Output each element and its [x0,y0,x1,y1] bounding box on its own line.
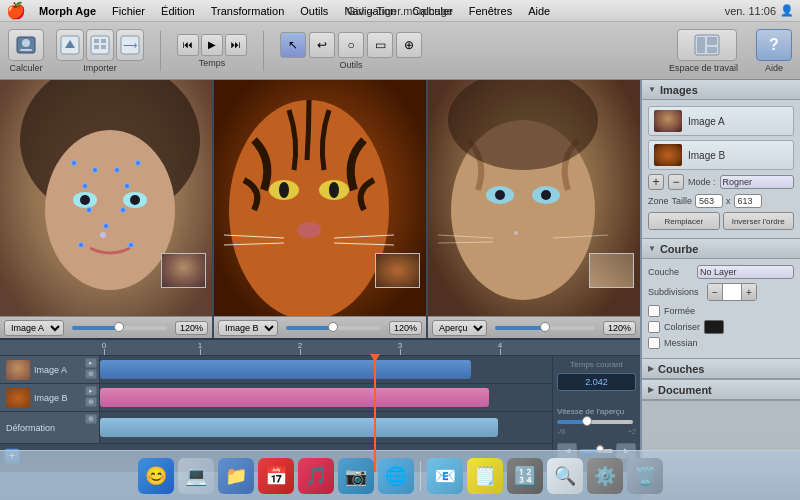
courbe-section-title: Courbe [660,243,699,255]
importer-btn3[interactable]: ⟶ [116,29,144,61]
menu-morph-age[interactable]: Morph Age [32,3,103,19]
window-title: Girl – Tiger.morphage [347,5,453,17]
subdiv-down-button[interactable]: − [708,284,722,300]
dock-icon-calc[interactable]: 🔢 [507,458,543,494]
importer-button[interactable] [56,29,84,61]
menu-fenetres[interactable]: Fenêtres [462,3,519,19]
dock-icon-mail[interactable]: 📧 [427,458,463,494]
aide-label: Aide [765,63,783,73]
track-label-a: Image A ▸ ⊕ [0,356,100,383]
taille-height[interactable]: 613 [734,194,762,208]
dock-icon-music[interactable]: 🎵 [298,458,334,494]
mode-select[interactable]: Rogner [720,175,794,189]
coloriser-checkbox[interactable] [648,321,660,333]
couches-section-title: Couches [658,363,704,375]
svg-point-1 [22,39,30,47]
track-deform-bar[interactable] [100,418,498,437]
image-a-label: Image A [688,116,725,127]
courbe-section-header[interactable]: ▼ Courbe [642,239,800,259]
color-swatch[interactable] [704,320,724,334]
track-b-bar[interactable] [100,388,489,407]
track-thumb-a [6,360,30,380]
menubar-time: ven. 11:06 [725,5,776,17]
panel-b-select[interactable]: Image B [218,320,278,336]
dock-icon-folder[interactable]: 📁 [218,458,254,494]
dock-icon-trash[interactable]: 🗑️ [627,458,663,494]
track-a-ctrl1[interactable]: ▸ [85,358,97,368]
document-section-header[interactable]: ▶ Document [642,380,800,400]
couche-select[interactable]: No Layer [697,265,794,279]
track-a-bar[interactable] [100,360,471,379]
image-a-item: Image A [648,106,794,136]
apercu-select[interactable]: Aperçu [432,320,487,336]
dock-icon-photo[interactable]: 📷 [338,458,374,494]
next-button[interactable]: ⏭ [225,34,247,56]
apercu-slider[interactable] [495,326,595,330]
apple-logo[interactable]: 🍎 [6,1,26,20]
calculer-group: Calculer [8,29,44,73]
apercu-canvas [428,80,640,316]
aide-button[interactable]: ? [756,29,792,61]
panel-b-slider[interactable] [286,326,381,330]
taille-width[interactable]: 563 [695,194,723,208]
track-b-ctrl2[interactable]: ⊕ [85,397,97,407]
track-a-ctrl2[interactable]: ⊕ [85,369,97,379]
temps-group: ⏮ ▶ ⏭ Temps [177,34,247,68]
svg-rect-13 [697,37,705,53]
dock-icon-system[interactable]: 💻 [178,458,214,494]
track-a-content [100,356,552,383]
svg-text:⟶: ⟶ [123,40,137,51]
panel-a-slider[interactable] [72,326,167,330]
prev-button[interactable]: ⏮ [177,34,199,56]
svg-point-22 [100,232,106,238]
subdiv-stepper[interactable]: − + [707,283,757,301]
add-point-button[interactable]: + [648,174,664,190]
messian-checkbox[interactable] [648,337,660,349]
formee-checkbox[interactable] [648,305,660,317]
track-deform-ctrl[interactable]: ⊕ [85,414,97,424]
images-section-header[interactable]: ▼ Images [642,80,800,100]
inverser-button[interactable]: Inverser l'ordre [723,212,795,230]
circle-tool[interactable]: ○ [338,32,364,58]
espace-button[interactable] [677,29,737,61]
panel-a-select[interactable]: Image A [4,320,64,336]
menu-aide[interactable]: Aide [521,3,557,19]
subdiv-up-button[interactable]: + [742,284,756,300]
play-button[interactable]: ▶ [201,34,223,56]
dock-icon-search[interactable]: 🔍 [547,458,583,494]
importer-btn2[interactable] [86,29,114,61]
menu-edition[interactable]: Édition [154,3,202,19]
image-b-label: Image B [688,150,725,161]
cursor-tool[interactable]: ↖ [280,32,306,58]
menu-fichier[interactable]: Fichier [105,3,152,19]
playhead[interactable] [374,356,376,472]
track-name-deform: Déformation [6,423,93,433]
svg-point-36 [495,190,505,200]
importer-group: ⟶ Importer [56,29,144,73]
remplacer-button[interactable]: Remplacer [648,212,720,230]
track-label-b: Image B ▸ ⊕ [0,384,100,411]
svg-point-27 [329,182,339,198]
calculer-button[interactable] [8,29,44,61]
toolbar: Calculer [0,22,800,80]
track-deform-content [100,412,552,443]
formee-label: Formée [664,306,695,316]
couches-section-header[interactable]: ▶ Couches [642,359,800,379]
dock-icon-calendar[interactable]: 📅 [258,458,294,494]
rect-tool[interactable]: ▭ [367,32,393,58]
menu-outils[interactable]: Outils [293,3,335,19]
menu-transformation[interactable]: Transformation [204,3,292,19]
vitesse-slider[interactable] [557,420,633,424]
outils-toolbar-group: ↖ ↩ ○ ▭ ⊕ Outils [280,32,422,70]
image-panel-b: Image B 120% [214,80,428,338]
rotate-tool[interactable]: ↩ [309,32,335,58]
dock-icon-prefs[interactable]: ⚙️ [587,458,623,494]
remove-point-button[interactable]: − [668,174,684,190]
dock-icon-web[interactable]: 🌐 [378,458,414,494]
dock-icon-notes[interactable]: 🗒️ [467,458,503,494]
track-b-ctrl1[interactable]: ▸ [85,386,97,396]
move-tool[interactable]: ⊕ [396,32,422,58]
svg-point-26 [279,182,289,198]
dock-icon-finder[interactable]: 😊 [138,458,174,494]
content-area: Image A 120% [0,80,800,500]
